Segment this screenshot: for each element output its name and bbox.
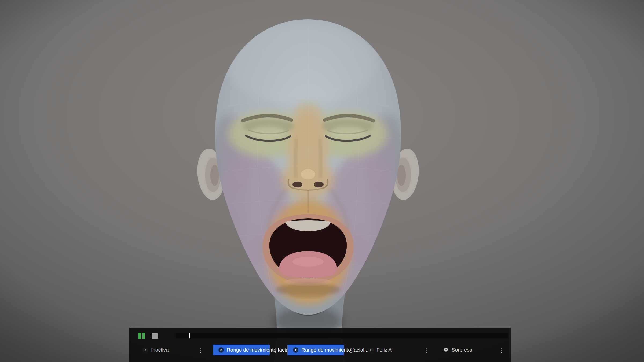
timeline-playhead[interactable] xyxy=(189,333,190,338)
clip-label: Inactiva xyxy=(151,347,169,353)
animation-clips-row: Inactiva Rango de movimiento facial... xyxy=(129,344,511,357)
clip-menu-button[interactable] xyxy=(498,346,505,354)
face-render xyxy=(0,0,644,362)
animation-player-bar: Inactiva Rango de movimiento facial... xyxy=(129,328,511,362)
clip-rango-de-movimiento-2: Rango de movimiento facial... xyxy=(283,344,358,356)
play-circle-icon xyxy=(142,347,148,353)
pause-icon xyxy=(142,333,145,339)
metahuman-face-viewport: Inactiva Rango de movimiento facial... xyxy=(0,0,644,362)
play-circle-icon xyxy=(218,347,224,353)
kebab-menu-icon xyxy=(350,348,352,349)
clip-rango-de-movimiento-1: Rango de movimiento facial... xyxy=(208,344,283,356)
stop-icon xyxy=(152,333,158,339)
selected-clip-chip[interactable]: Rango de movimiento facial... xyxy=(213,345,270,355)
clip-label: Feliz A xyxy=(376,347,392,353)
transport-controls xyxy=(129,328,511,343)
clip-label: Rango de movimiento facial... xyxy=(301,347,368,353)
stop-button[interactable] xyxy=(152,333,158,339)
clip-label: Sorpresa xyxy=(452,347,472,353)
timeline-scrubber[interactable] xyxy=(176,333,508,338)
clip-feliz-a[interactable]: Feliz A xyxy=(358,344,433,356)
play-circle-icon xyxy=(293,347,299,353)
clip-menu-button[interactable] xyxy=(347,346,354,354)
pause-button[interactable] xyxy=(137,332,147,340)
clip-menu-button[interactable] xyxy=(197,346,204,354)
pause-icon xyxy=(138,333,141,339)
kebab-menu-icon xyxy=(501,348,502,349)
clip-sorpresa[interactable]: Sorpresa xyxy=(433,344,508,356)
play-circle-icon xyxy=(368,347,374,353)
clip-menu-button[interactable] xyxy=(423,346,430,354)
selected-clip-chip[interactable]: Rango de movimiento facial... xyxy=(287,345,344,355)
kebab-menu-icon xyxy=(275,348,276,349)
clip-menu-button[interactable] xyxy=(272,346,279,354)
kebab-menu-icon xyxy=(200,348,201,349)
clip-inactiva[interactable]: Inactiva xyxy=(133,344,208,356)
kebab-menu-icon xyxy=(426,348,427,349)
skull-icon xyxy=(443,347,449,353)
